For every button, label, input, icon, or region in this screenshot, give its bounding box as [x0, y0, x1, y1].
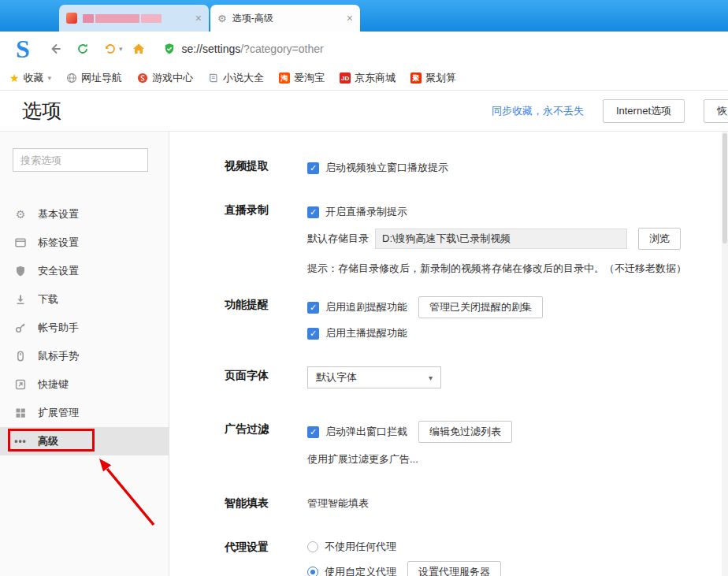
bookmarks-bar: ★ 收藏 ▾ 网址导航 游戏中心 小说大全 淘 爱淘宝 JD 京东商城 聚 聚划…	[0, 66, 728, 91]
sidebar-item-basic[interactable]: ⚙ 基本设置	[0, 200, 169, 229]
bookmark-taobao[interactable]: 淘 爱淘宝	[279, 71, 325, 85]
section-video-extract: 视频提取 ✓ 启动视频独立窗口播放提示	[225, 157, 728, 179]
radio-label: 使用自定义代理	[325, 565, 396, 576]
drama-reminder-checkbox[interactable]: ✓	[307, 302, 319, 314]
security-shield-icon	[163, 43, 176, 55]
section-autofill: 智能填表 管理智能填表	[225, 494, 728, 513]
back-button[interactable]	[43, 37, 67, 61]
url-suffix: /?category=other	[240, 43, 323, 55]
font-select-value: 默认字体	[316, 370, 357, 385]
browse-button[interactable]: 浏览	[638, 228, 681, 250]
settings-main: 视频提取 ✓ 启动视频独立窗口播放提示 直播录制 ✓ 开启直播录制提示 默认存储…	[169, 132, 728, 576]
video-popup-checkbox[interactable]: ✓	[307, 162, 319, 174]
bookmark-label: 京东商城	[355, 71, 396, 85]
mouse-icon	[14, 350, 27, 362]
storage-dir-input[interactable]	[375, 229, 627, 249]
tab2-gear-icon: ⚙	[217, 13, 227, 24]
section-feature-reminder: 功能提醒 ✓ 启用追剧提醒功能 管理已关闭提醒的剧集 ✓ 启用主播提醒功能	[225, 295, 728, 344]
key-icon	[14, 321, 27, 334]
checkbox-label: 启用追剧提醒功能	[325, 300, 407, 314]
bookmark-favorites[interactable]: ★ 收藏 ▾	[9, 71, 51, 85]
internet-options-button[interactable]: Internet选项	[603, 99, 685, 123]
section-label: 智能填表	[225, 494, 307, 513]
sync-favorites-link[interactable]: 同步收藏，永不丢失	[492, 104, 584, 118]
sidebar-item-mouse-gesture[interactable]: 鼠标手势	[0, 342, 169, 370]
settings-sidebar: ⚙ 基本设置 标签设置 安全设置 下载 帐号助手 鼠标手势	[0, 132, 169, 576]
bookmark-label: 网址导航	[81, 71, 122, 85]
bookmark-site-nav[interactable]: 网址导航	[66, 71, 122, 85]
storage-dir-note: 提示：存储目录修改后，新录制的视频将存储在修改后的目录中。（不迁移老数据）	[307, 262, 686, 276]
no-proxy-radio[interactable]	[307, 541, 318, 552]
sidebar-item-download[interactable]: 下载	[0, 285, 169, 314]
section-label: 代理设置	[225, 538, 307, 576]
section-ad-filter: 广告过滤 ✓ 启动弹出窗口拦截 编辑免过滤列表 使用扩展过滤更多广告...	[225, 420, 728, 469]
bookmark-label: 爱淘宝	[294, 71, 325, 85]
radio-label: 不使用任何代理	[325, 540, 396, 554]
sidebar-item-label: 扩展管理	[38, 406, 79, 420]
bookmark-game-center[interactable]: 游戏中心	[137, 71, 193, 85]
sidebar-item-label: 鼠标手势	[38, 349, 79, 363]
sidebar-item-shortcuts[interactable]: 快捷键	[0, 370, 169, 399]
streamer-reminder-checkbox[interactable]: ✓	[307, 328, 319, 340]
refresh-button[interactable]	[71, 37, 95, 61]
section-live-record: 直播录制 ✓ 开启直播录制提示 默认存储目录 浏览 提示：存储目录修改后，新录制…	[225, 201, 728, 278]
juhuasuan-icon: 聚	[410, 72, 422, 84]
browser-toolbar: S ▾ se://settings/?category=other	[0, 32, 728, 66]
sidebar-item-security[interactable]: 安全设置	[0, 257, 169, 285]
taobao-icon: 淘	[279, 72, 290, 84]
tab-settings-active[interactable]: ⚙ 选项-高级 ×	[210, 5, 360, 32]
chevron-down-icon: ▾	[429, 373, 433, 382]
tab1-close-icon[interactable]: ×	[195, 13, 202, 24]
checkbox-label: 启用主播提醒功能	[325, 326, 407, 340]
sidebar-item-label: 标签设置	[38, 236, 79, 250]
manage-autofill-link[interactable]: 管理智能填表	[307, 496, 369, 511]
bookmark-label: 小说大全	[223, 71, 264, 85]
restore-defaults-button[interactable]: 恢	[704, 99, 728, 123]
bookmark-juhuasuan[interactable]: 聚 聚划算	[410, 71, 456, 85]
options-page-header: 选项 同步收藏，永不丢失 Internet选项 恢	[0, 91, 728, 132]
section-label: 功能提醒	[225, 295, 307, 344]
checkbox-label: 开启直播录制提示	[325, 205, 407, 219]
sidebar-item-label: 高级	[38, 434, 58, 448]
sidebar-item-label: 下载	[38, 292, 58, 307]
custom-proxy-radio[interactable]	[307, 567, 318, 576]
bookmark-label: 游戏中心	[152, 71, 193, 85]
manage-closed-reminders-button[interactable]: 管理已关闭提醒的剧集	[418, 296, 543, 318]
tab-redacted[interactable]: ×	[59, 5, 209, 32]
tab-bar: × ⚙ 选项-高级 ×	[0, 0, 728, 32]
bookmark-novels[interactable]: 小说大全	[208, 71, 264, 85]
section-proxy: 代理设置 不使用任何代理 使用自定义代理 设置代理服务器	[225, 538, 728, 576]
popup-block-checkbox[interactable]: ✓	[307, 426, 319, 438]
sidebar-item-account[interactable]: 帐号助手	[0, 314, 169, 342]
address-bar[interactable]: se://settings/?category=other	[163, 43, 728, 55]
search-input[interactable]	[13, 148, 148, 172]
tab2-close-icon[interactable]: ×	[347, 13, 353, 24]
gear-icon: ⚙	[14, 208, 27, 221]
page-title: 选项	[22, 98, 61, 124]
download-icon	[14, 293, 27, 306]
scrollbar-thumb[interactable]	[722, 133, 727, 243]
live-record-checkbox[interactable]: ✓	[307, 206, 319, 218]
url-text[interactable]: se://settings/?category=other	[182, 43, 324, 55]
bookmark-jd[interactable]: JD 京东商城	[340, 71, 396, 85]
sidebar-item-tabs[interactable]: 标签设置	[0, 229, 169, 257]
tab2-title: 选项-高级	[232, 12, 341, 25]
sidebar-item-extensions[interactable]: 扩展管理	[0, 399, 169, 427]
section-label: 广告过滤	[225, 420, 307, 469]
undo-icon	[103, 42, 117, 56]
undo-dropdown-caret-icon[interactable]: ▾	[119, 45, 123, 53]
back-arrow-icon	[48, 42, 62, 56]
sogou-logo[interactable]: S	[6, 32, 39, 65]
vertical-scrollbar[interactable]	[722, 132, 728, 576]
edit-whitelist-button[interactable]: 编辑免过滤列表	[418, 421, 512, 443]
sidebar-item-advanced[interactable]: ••• 高级	[0, 427, 169, 455]
font-select[interactable]: 默认字体 ▾	[307, 366, 441, 388]
jd-icon: JD	[340, 72, 351, 84]
tab1-redacted-title	[83, 14, 190, 23]
bookmark-label: 收藏	[24, 71, 44, 85]
home-button[interactable]	[127, 37, 150, 61]
checkbox-label: 启动弹出窗口拦截	[325, 425, 407, 439]
tab1-favicon-icon	[66, 13, 77, 24]
home-icon	[132, 42, 146, 56]
proxy-server-button[interactable]: 设置代理服务器	[407, 561, 501, 576]
